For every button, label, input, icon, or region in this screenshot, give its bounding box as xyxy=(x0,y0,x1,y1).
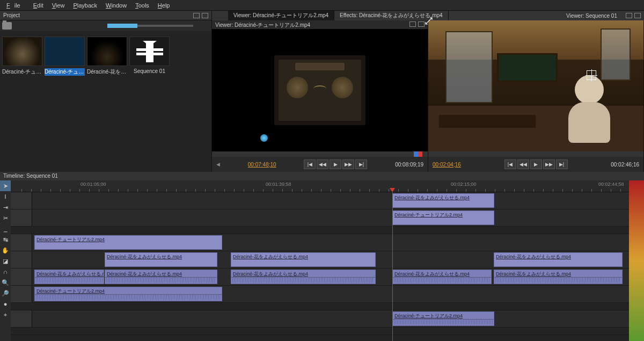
pointer-tool[interactable]: ➤ xyxy=(0,180,11,191)
clip-label: Déraciné-チュートリアル2.mp4 xyxy=(394,212,463,217)
video-track-1[interactable]: Déraciné-チュートリアル2.mp4 xyxy=(11,234,629,251)
source-screen[interactable] xyxy=(212,29,428,151)
menu-window[interactable]: Window xyxy=(101,1,131,10)
forward-button[interactable]: ▶▶ xyxy=(543,159,555,169)
clip[interactable]: Déraciné-花をよみがえらせる.mp4 xyxy=(494,252,623,267)
menu-bar: File Edit View Playback Window Tools Hel… xyxy=(0,0,644,11)
program-scrubber[interactable] xyxy=(428,151,643,157)
menu-file[interactable]: File xyxy=(2,1,29,10)
record-button[interactable]: ● xyxy=(0,299,11,309)
ruler-label: 00:01:05;00 xyxy=(80,182,106,187)
video-track-2[interactable]: Déraciné-チュートリアル2.mp4 xyxy=(11,209,629,227)
clip[interactable]: Déraciné-チュートリアル2.mp4 xyxy=(392,311,494,326)
clip-label: Déraciné-花をよみがえらせる.mp4 xyxy=(496,254,571,259)
bin-item[interactable]: Déraciné-チュート… xyxy=(45,37,85,76)
snap-toggle[interactable]: ∩ xyxy=(0,266,11,277)
clip[interactable]: Déraciné-花をよみがえらせる.mp4 xyxy=(105,252,217,267)
goto-end-button[interactable]: ▶| xyxy=(355,159,367,169)
forward-button[interactable]: ▶▶ xyxy=(342,159,354,169)
video-track-3[interactable]: Déraciné-花をよみがえらせる.mp4 xyxy=(11,192,629,209)
timeline-title: Timeline: Sequence 01 xyxy=(0,172,644,180)
clip-label: Déraciné-花をよみがえらせる.mp4 xyxy=(233,254,308,259)
zoom-out-tool[interactable]: 🔎 xyxy=(0,288,11,299)
folder-icon[interactable] xyxy=(2,22,12,30)
menu-edit[interactable]: Edit xyxy=(29,1,48,10)
bin-item[interactable]: Sequence 01 xyxy=(129,37,170,76)
menu-view[interactable]: View xyxy=(48,1,69,10)
program-viewer: 00:02:04;16 |◀ ◀◀ ▶ ▶▶ ▶| 00:02:46;16 xyxy=(428,20,644,172)
play-button[interactable]: ▶ xyxy=(330,159,341,169)
svg-rect-2 xyxy=(136,53,163,55)
thumbnail-size-slider[interactable] xyxy=(107,25,193,27)
clip-label: Déraciné-チュートリアル2.mp4 xyxy=(36,288,105,294)
menu-tools[interactable]: Tools xyxy=(131,1,153,10)
source-scrubber[interactable] xyxy=(212,151,428,157)
panel-close-icon[interactable] xyxy=(202,13,208,18)
transition-tool[interactable]: ◪ xyxy=(0,256,11,266)
play-button[interactable]: ▶ xyxy=(530,159,542,169)
bin-item[interactable]: Déraciné-チュート… xyxy=(2,37,42,76)
razor-tool[interactable]: ✂ xyxy=(0,213,11,223)
slide-tool[interactable]: ↹ xyxy=(0,234,11,245)
hand-tool[interactable]: ✋ xyxy=(0,245,11,256)
panel-pop-icon[interactable] xyxy=(409,21,416,27)
clip[interactable]: Déraciné-花をよみがえらせる.mp4 xyxy=(392,270,492,284)
tab-sequence-viewer[interactable]: Viewer: Sequence 01 xyxy=(561,12,623,20)
clip[interactable]: Déraciné-花をよみがえらせる.mp4 xyxy=(105,270,217,284)
program-out-timecode[interactable]: 00:02:46;16 xyxy=(611,162,639,168)
clip-label: Déraciné-花をよみがえらせる.mp4 xyxy=(394,195,470,200)
clip[interactable]: Déraciné-チュートリアル2.mp4 xyxy=(34,287,222,301)
svg-rect-1 xyxy=(136,48,163,51)
clip-label: Déraciné-チュートリアル2.mp4 xyxy=(36,237,105,242)
clip-label: Déraciné-花をよみがえらせる.mp4 xyxy=(36,271,104,277)
panel-close-icon[interactable] xyxy=(634,13,641,18)
clip[interactable]: Déraciné-チュートリアル2.mp4 xyxy=(392,211,494,225)
clip[interactable]: Déraciné-花をよみがえらせる.mp4 xyxy=(392,193,494,208)
timeline-area[interactable]: 00:01:05;0000:01:39;5800:02:15;0000:02:4… xyxy=(11,180,629,341)
edit-tool[interactable]: I xyxy=(0,191,11,202)
audio-track-main[interactable]: Déraciné-花をよみがえらせる.mp4Déraciné-花をよみがえらせる… xyxy=(11,269,629,286)
clip[interactable]: Déraciné-花をよみがえらせる.mp4 xyxy=(494,270,623,284)
crop-handle-icon[interactable] xyxy=(425,17,433,25)
clip[interactable]: Déraciné-花をよみがえらせる.mp4 xyxy=(34,270,104,284)
add-track-button[interactable]: + xyxy=(0,309,11,320)
clip-label: Déraciné-花をよみがえらせる.mp4 xyxy=(496,271,571,277)
panel-pop-icon[interactable] xyxy=(626,13,632,18)
source-in-timecode[interactable]: 00:07:48;10 xyxy=(248,162,276,168)
program-in-timecode[interactable]: 00:02:04;16 xyxy=(433,162,461,168)
tab-viewer[interactable]: Viewer: Déraciné-チュートリアル2.mp4 xyxy=(228,11,334,20)
panel-close-icon[interactable] xyxy=(418,21,425,27)
svg-marker-3 xyxy=(143,41,157,46)
viewer-clip-name: Viewer: Déraciné-チュートリアル2.mp4 xyxy=(215,21,310,28)
audio-track-2[interactable]: Déraciné-チュートリアル2.mp4 xyxy=(11,286,629,303)
goto-end-button[interactable]: ▶| xyxy=(556,159,568,169)
clip-label: Déraciné-花をよみがえらせる.mp4 xyxy=(107,254,182,259)
ripple-tool[interactable]: ⇥ xyxy=(0,202,11,213)
timeline-tools: ➤ I ⇥ ✂ ⎯ ↹ ✋ ◪ ∩ 🔍 🔎 ● + xyxy=(0,180,11,341)
menu-help[interactable]: Help xyxy=(153,1,174,10)
clip[interactable]: Déraciné-花をよみがえらせる.mp4 xyxy=(231,252,376,267)
rewind-button[interactable]: ◀◀ xyxy=(517,159,529,169)
program-screen[interactable] xyxy=(428,20,643,151)
goto-start-button[interactable]: |◀ xyxy=(504,159,516,169)
slip-tool[interactable]: ⎯ xyxy=(0,223,11,234)
clip-label: Déraciné-チュートリアル2.mp4 xyxy=(394,313,463,318)
ruler-label: 00:01:39;58 xyxy=(266,182,291,187)
menu-playback[interactable]: Playback xyxy=(69,1,101,10)
clip[interactable]: Déraciné-チュートリアル2.mp4 xyxy=(34,235,222,250)
timeline-panel: Timeline: Sequence 01 ➤ I ⇥ ✂ ⎯ ↹ ✋ ◪ ∩ … xyxy=(0,172,644,341)
rewind-button[interactable]: ◀◀ xyxy=(317,159,328,169)
audio-track-3[interactable]: Déraciné-チュートリアル2.mp4 xyxy=(11,310,629,328)
clip-label: Déraciné-花をよみがえらせる.mp4 xyxy=(233,271,308,277)
bin-item[interactable]: Déraciné-花をよ… xyxy=(87,37,127,76)
clip[interactable]: Déraciné-花をよみがえらせる.mp4 xyxy=(231,270,376,284)
source-out-timecode[interactable]: 00:08:09;19 xyxy=(395,162,423,168)
clip-label: Déraciné-花をよみがえらせる.mp4 xyxy=(107,271,182,277)
video-track-main[interactable]: Déraciné-花をよみがえらせる.mp4Déraciné-花をよみがえらせる… xyxy=(11,251,629,269)
project-panel: Project Déraciné-チュート… Déraciné-チュート… Dé… xyxy=(0,11,212,172)
goto-start-button[interactable]: |◀ xyxy=(304,159,316,169)
timeline-ruler[interactable]: 00:01:05;0000:01:39;5800:02:15;0000:02:4… xyxy=(11,180,629,192)
playhead[interactable] xyxy=(392,192,393,341)
zoom-in-tool[interactable]: 🔍 xyxy=(0,277,11,288)
panel-pop-icon[interactable] xyxy=(193,13,200,18)
